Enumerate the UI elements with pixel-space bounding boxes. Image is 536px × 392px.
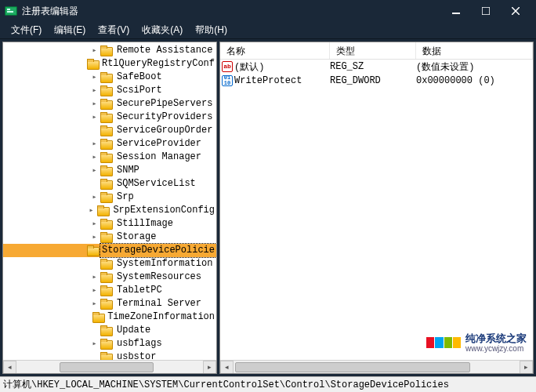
tree-item[interactable]: ▸SrpExtensionConfig — [3, 204, 216, 217]
tree-item-label: TabletPC — [115, 284, 164, 297]
registry-tree: ▸Remote AssistanceRtlQueryRegistryConf▸S… — [3, 42, 216, 360]
tree-item-label: Update — [115, 324, 152, 337]
tree-item[interactable]: ▸ScsiPort — [3, 84, 216, 97]
tree-scroll-area[interactable]: ▸Remote AssistanceRtlQueryRegistryConf▸S… — [3, 42, 216, 360]
tree-item[interactable]: ▸Storage — [3, 230, 216, 244]
tree-item[interactable]: StorageDevicePolicie — [3, 244, 216, 257]
scroll-right-arrow[interactable]: ▸ — [203, 361, 216, 374]
folder-icon — [100, 112, 113, 123]
expander-icon[interactable]: ▸ — [89, 97, 100, 111]
svg-rect-3 — [452, 13, 460, 14]
expander-icon[interactable]: ▸ — [89, 284, 100, 297]
tree-item[interactable]: ▸SecurityProviders — [3, 111, 216, 124]
tree-item[interactable]: ▸Srp — [3, 191, 216, 204]
tree-item[interactable]: ▸usbflags — [3, 337, 216, 350]
values-list: ab(默认)REG_SZ(数值未设置)0110WriteProtectREG_D… — [220, 60, 533, 360]
expander-icon[interactable]: ▸ — [89, 44, 100, 57]
menu-help[interactable]: 帮助(H) — [189, 22, 234, 38]
string-value-icon: ab — [220, 61, 234, 72]
expander-icon[interactable]: ▸ — [89, 137, 100, 151]
tree-item[interactable]: ServiceGroupOrder — [3, 124, 216, 137]
tree-item[interactable]: ▸ServiceProvider — [3, 137, 216, 151]
tree-item-label: StorageDevicePolicie — [100, 244, 216, 257]
expander-icon[interactable]: ▸ — [89, 217, 100, 230]
folder-icon — [100, 259, 113, 270]
value-data: (数值未设置) — [416, 60, 533, 74]
column-type[interactable]: 类型 — [330, 42, 416, 59]
value-row[interactable]: 0110WriteProtectREG_DWORD0x00000000 (0) — [220, 74, 533, 88]
maximize-button[interactable] — [478, 3, 494, 19]
tree-item[interactable]: ▸SystemResources — [3, 270, 216, 284]
expander-icon[interactable]: ▸ — [89, 270, 100, 284]
tree-item-label: RtlQueryRegistryConf — [100, 57, 216, 71]
tree-item-label: Srp — [115, 191, 136, 204]
scroll-left-arrow[interactable]: ◂ — [220, 361, 234, 374]
folder-icon — [100, 285, 113, 296]
expander-icon[interactable]: ▸ — [89, 230, 100, 244]
tree-item[interactable]: ▸Terminal Server — [3, 297, 216, 310]
folder-icon — [100, 179, 113, 190]
folder-icon — [100, 272, 113, 283]
close-button[interactable] — [508, 3, 523, 19]
scroll-thumb[interactable] — [235, 362, 470, 372]
value-data: 0x00000000 (0) — [416, 75, 533, 86]
tree-item[interactable]: ▸SecurePipeServers — [3, 97, 216, 111]
tree-item-label: SecurePipeServers — [115, 97, 214, 111]
expander-icon[interactable]: ▸ — [89, 71, 100, 84]
tree-item[interactable]: SQMServiceList — [3, 177, 216, 191]
column-name[interactable]: 名称 — [220, 42, 330, 59]
values-horizontal-scrollbar[interactable]: ◂ ▸ — [220, 360, 533, 373]
tree-item-label: Session Manager — [115, 151, 203, 164]
tree-item[interactable]: usbstor — [3, 350, 216, 360]
expander-icon[interactable]: ▸ — [89, 337, 100, 350]
tree-item[interactable]: SystemInformation — [3, 257, 216, 270]
folder-icon — [100, 72, 113, 83]
statusbar: 计算机\HKEY_LOCAL_MACHINE\SYSTEM\CurrentCon… — [0, 376, 536, 392]
tree-item[interactable]: RtlQueryRegistryConf — [3, 57, 216, 71]
folder-icon — [100, 352, 113, 361]
tree-item[interactable]: ▸StillImage — [3, 217, 216, 230]
titlebar: 注册表编辑器 — [0, 0, 536, 22]
expander-icon[interactable]: ▸ — [89, 297, 100, 310]
tree-item-label: StillImage — [115, 217, 175, 230]
scroll-left-arrow[interactable]: ◂ — [3, 361, 16, 374]
tree-item[interactable]: ▸TabletPC — [3, 284, 216, 297]
scroll-track[interactable] — [16, 361, 203, 374]
folder-icon — [100, 219, 113, 230]
minimize-button[interactable] — [448, 3, 464, 19]
expander-icon[interactable]: ▸ — [89, 151, 100, 164]
tree-item[interactable]: TimeZoneInformation — [3, 310, 216, 324]
folder-icon — [100, 165, 113, 176]
scroll-right-arrow[interactable]: ▸ — [520, 361, 533, 374]
value-name: (默认) — [234, 60, 264, 74]
column-data[interactable]: 数据 — [416, 42, 533, 59]
scroll-thumb[interactable] — [60, 362, 154, 372]
value-type: REG_SZ — [330, 61, 416, 72]
tree-item-label: TimeZoneInformation — [106, 310, 216, 324]
menu-edit[interactable]: 编辑(E) — [48, 22, 92, 38]
tree-item[interactable]: ▸Session Manager — [3, 151, 216, 164]
expander-icon[interactable]: ▸ — [86, 204, 96, 217]
value-row[interactable]: ab(默认)REG_SZ(数值未设置) — [220, 60, 533, 74]
menu-file[interactable]: 文件(F) — [5, 22, 48, 38]
expander-icon[interactable]: ▸ — [89, 191, 100, 204]
values-pane: 名称 类型 数据 ab(默认)REG_SZ(数值未设置)0110WritePro… — [219, 42, 534, 374]
tree-item[interactable]: Update — [3, 324, 216, 337]
menu-view[interactable]: 查看(V) — [92, 22, 136, 38]
svg-rect-4 — [482, 7, 490, 15]
expander-icon[interactable]: ▸ — [89, 164, 100, 177]
tree-item[interactable]: ▸Remote Assistance — [3, 44, 216, 57]
scroll-track[interactable] — [234, 361, 520, 374]
tree-item[interactable]: ▸SafeBoot — [3, 71, 216, 84]
app-icon — [5, 5, 17, 17]
tree-item-label: Storage — [115, 230, 158, 244]
folder-icon — [100, 125, 113, 136]
tree-item-label: SafeBoot — [115, 71, 164, 84]
tree-horizontal-scrollbar[interactable]: ◂ ▸ — [3, 360, 216, 373]
tree-item[interactable]: ▸SNMP — [3, 164, 216, 177]
menubar: 文件(F) 编辑(E) 查看(V) 收藏夹(A) 帮助(H) — [0, 22, 536, 39]
menu-favorites[interactable]: 收藏夹(A) — [136, 22, 189, 38]
expander-icon[interactable]: ▸ — [89, 84, 100, 97]
expander-icon[interactable]: ▸ — [89, 111, 100, 124]
folder-icon — [100, 139, 113, 150]
